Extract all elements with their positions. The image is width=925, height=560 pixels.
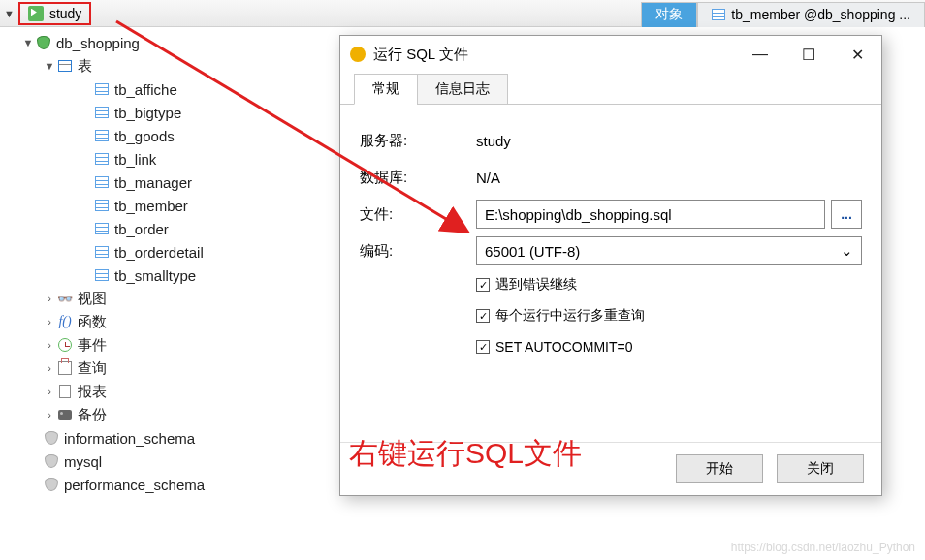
- start-button[interactable]: 开始: [676, 454, 763, 483]
- tables-icon: [56, 58, 74, 74]
- table-label: tb_affiche: [114, 81, 177, 98]
- browse-button[interactable]: ...: [831, 200, 862, 229]
- table-row[interactable]: tb_affiche: [0, 78, 339, 101]
- chevron-right-icon[interactable]: ›: [43, 293, 56, 304]
- db-label: performance_schema: [64, 477, 205, 493]
- group-label: 查询: [78, 359, 107, 378]
- file-input[interactable]: [476, 200, 825, 229]
- chevron-down-icon[interactable]: ▼: [43, 60, 56, 72]
- function-icon: f(): [56, 314, 74, 329]
- tab-log[interactable]: 信息日志: [417, 74, 508, 105]
- annotation-text: 右键运行SQL文件: [349, 434, 582, 474]
- checkbox-autocommit[interactable]: ✓ SET AUTOCOMMIT=0: [476, 331, 862, 362]
- table-label: tb_link: [114, 151, 156, 168]
- table-row[interactable]: tb_member: [0, 194, 339, 217]
- query-icon: [56, 360, 74, 376]
- encoding-value: 65001 (UTF-8): [485, 243, 580, 260]
- tab-objects[interactable]: 对象: [641, 2, 697, 27]
- dialog-body: 服务器: study 数据库: N/A 文件: ... 编码: 65001 (U…: [340, 104, 881, 442]
- close-button[interactable]: ✕: [843, 46, 872, 64]
- checkbox-label: SET AUTOCOMMIT=0: [495, 339, 632, 355]
- group-label: 视图: [78, 290, 107, 308]
- watermark: https://blog.csdn.net/laozhu_Python: [731, 541, 915, 554]
- report-icon: [56, 384, 74, 399]
- checkbox-icon: ✓: [476, 278, 490, 292]
- table-label: tb_orderdetail: [114, 244, 204, 261]
- checkbox-label: 每个运行中运行多重查询: [495, 307, 645, 325]
- table-label: tb_order: [114, 221, 169, 237]
- db-label: db_shopping: [56, 35, 140, 51]
- db-label: mysql: [64, 453, 102, 470]
- table-icon: [712, 9, 725, 20]
- table-icon: [93, 267, 111, 283]
- db-label: information_schema: [64, 430, 195, 447]
- run-sql-dialog: 运行 SQL 文件 — ☐ ✕ 常规 信息日志 服务器: study 数据库: …: [339, 35, 882, 496]
- label-encoding: 编码:: [360, 242, 476, 261]
- value-database: N/A: [476, 170, 500, 186]
- reports-group-node[interactable]: ›报表: [0, 380, 339, 403]
- database-icon: [35, 35, 52, 50]
- table-row[interactable]: tb_order: [0, 217, 339, 240]
- chevron-right-icon[interactable]: ›: [43, 362, 56, 374]
- group-label: 备份: [78, 406, 107, 424]
- label-file: 文件:: [360, 205, 476, 224]
- dialog-tabs: 常规 信息日志: [340, 73, 881, 104]
- tables-group-node[interactable]: ▼ 表: [0, 54, 339, 78]
- close-dialog-button[interactable]: 关闭: [777, 454, 864, 483]
- chevron-down-icon[interactable]: ▼: [21, 37, 35, 48]
- views-group-node[interactable]: ›👓视图: [0, 287, 339, 310]
- table-icon: [93, 81, 111, 97]
- table-label: tb_member: [114, 198, 188, 214]
- db-node-other[interactable]: performance_schema: [0, 473, 339, 496]
- database-icon: [43, 477, 60, 492]
- table-label: tb_manager: [114, 174, 192, 191]
- connection-icon: [28, 6, 44, 21]
- minimize-button[interactable]: —: [746, 46, 775, 64]
- chevron-right-icon[interactable]: ›: [43, 386, 56, 397]
- backup-group-node[interactable]: ›备份: [0, 403, 339, 426]
- db-node-other[interactable]: mysql: [0, 450, 339, 473]
- queries-group-node[interactable]: ›查询: [0, 357, 339, 380]
- table-row[interactable]: tb_bigtype: [0, 101, 339, 124]
- table-icon: [93, 105, 111, 120]
- tab-tb-member[interactable]: tb_member @db_shopping ...: [697, 2, 925, 27]
- chevron-right-icon[interactable]: ›: [43, 409, 56, 420]
- chevron-down-icon[interactable]: ▼: [4, 8, 15, 19]
- table-icon: [93, 221, 111, 236]
- dialog-titlebar[interactable]: 运行 SQL 文件 — ☐ ✕: [340, 36, 881, 73]
- db-node-other[interactable]: information_schema: [0, 426, 339, 450]
- connection-highlighted[interactable]: study: [18, 2, 91, 25]
- chevron-down-icon: ⌄: [841, 242, 853, 260]
- tab-general[interactable]: 常规: [354, 74, 418, 105]
- functions-group-node[interactable]: ›f()函数: [0, 310, 339, 333]
- checkbox-continue-on-error[interactable]: ✓ 遇到错误继续: [476, 269, 862, 300]
- table-row[interactable]: tb_manager: [0, 171, 339, 194]
- table-label: tb_smalltype: [114, 267, 196, 284]
- db-node[interactable]: ▼ db_shopping: [0, 31, 339, 54]
- checkbox-icon: ✓: [476, 309, 490, 323]
- connection-name: study: [49, 6, 81, 21]
- value-server: study: [476, 133, 511, 149]
- checkbox-multi-query[interactable]: ✓ 每个运行中运行多重查询: [476, 300, 862, 331]
- label-server: 服务器:: [360, 132, 476, 150]
- table-label: tb_goods: [114, 128, 175, 144]
- table-row[interactable]: tb_goods: [0, 124, 339, 147]
- main-header: ▼ study 对象 tb_member @db_shopping ...: [0, 0, 925, 27]
- event-icon: [56, 337, 74, 353]
- table-row[interactable]: tb_smalltype: [0, 264, 339, 287]
- tab-label: 对象: [655, 6, 683, 23]
- group-label: 报表: [78, 383, 107, 401]
- table-icon: [93, 198, 111, 213]
- maximize-button[interactable]: ☐: [794, 46, 823, 64]
- app-icon: [350, 47, 366, 62]
- table-row[interactable]: tb_orderdetail: [0, 240, 339, 264]
- table-icon: [93, 128, 111, 143]
- table-icon: [93, 174, 111, 190]
- chevron-right-icon[interactable]: ›: [43, 339, 56, 351]
- table-row[interactable]: tb_link: [0, 147, 339, 171]
- table-icon: [93, 151, 111, 167]
- group-label: 事件: [78, 336, 107, 355]
- events-group-node[interactable]: ›事件: [0, 333, 339, 357]
- encoding-select[interactable]: 65001 (UTF-8) ⌄: [476, 236, 862, 265]
- chevron-right-icon[interactable]: ›: [43, 316, 56, 327]
